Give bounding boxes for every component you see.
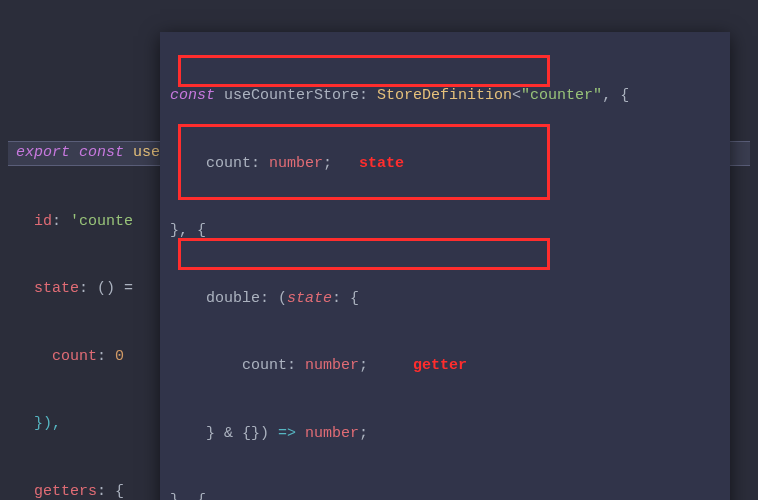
tooltip-line: const useCounterStore: StoreDefinition<"… [170,85,720,108]
tooltip-line: }, { [170,490,720,500]
highlight-box-action [178,238,550,270]
keyword-const: const [79,144,124,161]
annotation-state: state [359,155,404,172]
type-hint-tooltip: const useCounterStore: StoreDefinition<"… [160,32,730,500]
highlight-box-state [178,55,550,87]
tooltip-line: }, { [170,220,720,243]
keyword-export: export [16,144,70,161]
tooltip-line: count: number; getter [170,355,720,378]
annotation-getter: getter [413,357,467,374]
tooltip-line: double: (state: { [170,288,720,311]
tooltip-line: count: number; state [170,153,720,176]
tooltip-line: } & {}) => number; [170,423,720,446]
